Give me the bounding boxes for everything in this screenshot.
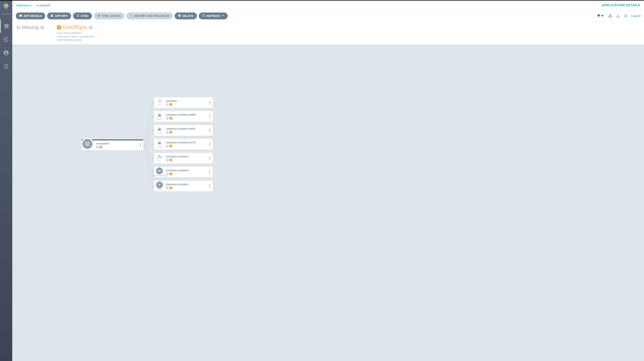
svg-rect-23 [619, 17, 620, 18]
sidebar: v1.7.7+3 [0, 1, 12, 361]
svg-point-6 [6, 39, 7, 40]
help-icon[interactable]: ? [40, 26, 44, 29]
resource-tree[interactable]: cn-project3 ? cm inventory ? secret inve… [12, 45, 644, 361]
secret-icon [156, 141, 162, 146]
app-details-button[interactable]: APP DETAILS [16, 13, 45, 19]
view-network-icon[interactable] [616, 14, 620, 18]
svg-rect-27 [625, 16, 627, 16]
out-of-sync-icon [170, 145, 172, 148]
svg-marker-30 [152, 102, 154, 103]
svg-marker-35 [152, 171, 154, 173]
health-status: ? Missing ? [12, 22, 52, 44]
kind-label: cm [158, 104, 160, 106]
node-menu[interactable] [208, 101, 213, 104]
out-of-sync-icon [57, 25, 61, 30]
svg-rect-50 [160, 127, 161, 128]
kind-label: secret [157, 118, 162, 120]
app-icon [81, 138, 94, 150]
unknown-icon: ? [166, 103, 169, 106]
svg-marker-32 [152, 130, 154, 131]
svg-rect-20 [617, 14, 618, 15]
resource-name: inventory-coolstore [166, 169, 207, 172]
view-list-icon[interactable] [624, 14, 628, 18]
node-menu[interactable] [208, 129, 213, 132]
sync-button[interactable]: SYNC [73, 13, 92, 19]
svg-rect-55 [160, 141, 161, 142]
svg-rect-54 [158, 141, 158, 142]
breadcrumb-applications[interactable]: Applications [16, 4, 32, 7]
sync-status-label: OutOfSync [63, 24, 87, 30]
app-diff-button[interactable]: APP DIFF [47, 13, 71, 19]
node-menu[interactable] [208, 184, 213, 188]
svg-rect-49 [158, 127, 158, 128]
delete-icon [178, 14, 181, 18]
help-icon[interactable]: ? [89, 26, 92, 29]
node-menu[interactable] [208, 170, 213, 174]
history-label: HISTORY AND ROLLBACK [134, 15, 169, 18]
view-tree-icon[interactable] [608, 14, 612, 18]
svg-point-4 [5, 5, 6, 6]
node-menu[interactable] [208, 115, 213, 118]
logout-link[interactable]: Logout [631, 14, 640, 18]
resource-node[interactable]: Rroute inventory-coolstore ? [154, 181, 213, 191]
resource-node[interactable]: secret inventory-coolstore-8443 ? [154, 125, 213, 136]
nav-user[interactable] [0, 46, 12, 60]
svg-rect-22 [617, 17, 618, 18]
node-menu[interactable] [139, 144, 143, 147]
nav-settings[interactable] [0, 33, 12, 46]
svg-rect-47 [160, 116, 161, 116]
health-label: Missing [22, 24, 39, 30]
svg-rect-60 [160, 157, 162, 158]
svg-rect-21 [616, 17, 617, 18]
info-icon [19, 14, 22, 18]
svg-rect-43 [158, 115, 161, 116]
svg-rect-59 [158, 157, 159, 158]
node-menu[interactable] [208, 143, 213, 146]
app-node-name: cn-project3 [96, 142, 138, 145]
svg-rect-29 [625, 17, 627, 17]
out-of-sync-icon [170, 103, 172, 106]
out-of-sync-icon [170, 186, 172, 189]
argo-logo [2, 3, 10, 11]
refresh-button[interactable]: REFRESH [199, 13, 228, 19]
sync-message: Initial Inventory GitOps [57, 38, 96, 42]
sync-status-button[interactable]: SYNC STATUS [94, 13, 124, 19]
svg-rect-18 [608, 17, 610, 18]
resource-name: inventory-coolstore [166, 155, 207, 158]
resource-node[interactable]: secret inventory-coolstore-8778 ? [154, 139, 213, 150]
unknown-icon: ? [166, 159, 169, 162]
delete-label: DELETE [182, 15, 194, 18]
svc-icon [156, 155, 162, 160]
resource-node[interactable]: svc inventory-coolstore ? [154, 153, 213, 164]
nav-docs[interactable] [0, 60, 12, 73]
resource-node[interactable]: secret inventory-coolstore-8080 ? [154, 111, 213, 122]
resource-name: inventory [166, 99, 207, 102]
delete-button[interactable]: DELETE [174, 13, 197, 19]
svg-rect-53 [158, 143, 161, 144]
filter-icon[interactable] [597, 14, 605, 18]
resource-name: inventory-coolstore-8080 [166, 113, 207, 116]
sync-label: SYNC [81, 15, 88, 18]
history-icon [130, 14, 133, 18]
svg-rect-24 [624, 15, 625, 15]
history-button[interactable]: HISTORY AND ROLLBACK [126, 13, 173, 19]
resource-node[interactable]: DCdeploymentconfig inventory-coolstore ? [154, 167, 213, 177]
svg-rect-56 [158, 144, 158, 144]
sync-status: OutOfSync ? From HEAD (b066fd2) Authored… [52, 22, 101, 44]
svg-rect-57 [160, 144, 161, 144]
unknown-icon: ? [166, 131, 169, 134]
node-menu[interactable] [208, 157, 213, 160]
kind-label: svc [158, 160, 161, 162]
resource-node[interactable]: cm inventory ? [154, 97, 213, 108]
version-label: v1.7.7+3 [2, 13, 10, 15]
svg-rect-11 [20, 15, 21, 16]
kind-label: route [157, 189, 162, 191]
sync-status-label: SYNC STATUS [102, 15, 121, 18]
svg-rect-46 [158, 116, 158, 116]
svg-rect-28 [624, 17, 625, 17]
page-title: APPLICATION DETAILS [602, 4, 640, 7]
nav-applications[interactable] [0, 19, 12, 33]
svg-rect-17 [610, 14, 611, 15]
unknown-icon: ? [166, 145, 169, 148]
unknown-icon: ? [166, 186, 169, 189]
